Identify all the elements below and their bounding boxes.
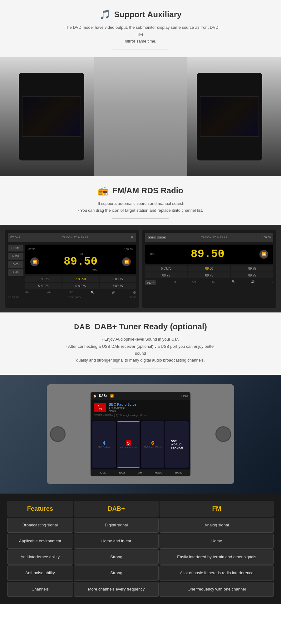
support-auxiliary-header: 🎵 Support Auxiliary [6,9,275,20]
left-monitor [22,96,81,137]
dab-channel-grid: 4 BBC Radio 4 5 BBC Radio 5Live 6 BBC Ra… [91,419,190,469]
nav-mode-dab[interactable]: MODE [155,471,162,474]
r-preset-5[interactable]: 89.75 [188,272,230,278]
support-auxiliary-section: 🎵 Support Auxiliary · The DVD model have… [0,0,281,57]
support-desc-line1: · The DVD model have video output, the s… [62,25,218,37]
dab-type: News [109,409,136,413]
r-preset-6[interactable]: 89.75 [231,272,273,278]
support-auxiliary-desc: · The DVD model have video output, the s… [62,24,219,45]
dab-channels: More channels every frequency [74,582,159,597]
radio-image: BT DIM TP EON ST ⊕ TA AF IR HOME NAVI DV… [0,225,281,312]
dab-ch-5[interactable]: 5 BBC Radio 5Live [117,421,140,468]
dab-time: 01:43 [181,394,188,398]
nav-ams[interactable]: AMS [8,269,23,276]
radio-presets-right: 5 89.75 89.50 89.75 89.75 89.75 89.75 [145,266,273,278]
fmam-title: FM/AM RDS Radio [112,186,183,195]
nav-home-dab[interactable]: HOME [99,471,106,474]
dab-bottom-nav: HOME NAVI SIM MODE BAND [91,469,190,476]
nav-home[interactable]: HOME [8,245,23,251]
preset-3[interactable]: 3 89.75 [100,276,136,282]
table-row: Applicable environment Home and in-car H… [7,534,274,549]
dab-freq: 174.928MHz [109,406,136,409]
radio-top-bar-left: BT DIM TP EON ST ⊕ TA AF IR [8,233,136,242]
table-row: Anti-noise ability Strong A lot of nosie… [7,565,274,581]
preset-6[interactable]: 6 89.75 [62,283,99,289]
left-headrest [19,73,84,160]
dab-title: DAB+ Tuner Ready (optional) [95,322,207,332]
preset-2[interactable]: 2 89.50 [62,276,99,282]
dab-section: DAB DAB+ Tuner Ready (optional) · Enjoy … [0,312,281,374]
fmam-desc: · It supports automatic search and manua… [62,200,219,214]
dab-divider [112,368,169,368]
support-auxiliary-title: Support Auxiliary [114,10,182,19]
dab-ch-4[interactable]: 4 BBC Radio 4 [92,421,116,468]
mode-btn[interactable]: MODE [157,236,166,239]
freq-left: 87.50 [28,248,36,251]
r-preset-1[interactable]: 5 89.75 [145,266,187,271]
prev-button-left[interactable]: ⏪ [30,257,39,266]
dab-screen-topbar: 🏠 DAB+ 📶 01:43 [91,392,190,400]
dab-sport-text: SPORT - RUGBY [L1]: Warrington winger Ke… [94,414,187,417]
dab-desc-1: · Enjoy Audiophile-level Sound in your C… [102,337,179,342]
fmam-section: 📻 FM/AM RDS Radio · It supports automati… [0,176,281,225]
comparison-section: Features DAB+ FM Broadcasting signal Dig… [0,494,281,604]
dab-environment: Home and in-car [74,534,159,549]
radio-unit-right: BAND MODE TP EON ST ⊕ TA AF 108.00 FM1 8… [142,230,276,308]
dab-screen: 🏠 DAB+ 📶 01:43 5live BBC Radio 5Live 174… [91,392,190,476]
freq-unit-left: MHz [64,268,97,271]
next-button-right[interactable]: ⏩ [259,250,268,259]
th-features: Features [7,501,73,517]
main-freq-left: 89.50 [64,255,97,268]
fm-interference: Easily interfered by terrain and other s… [160,550,274,565]
dab-desc-3: quality and stronger signal to many digi… [76,358,205,363]
main-freq-right: 89.50 [191,248,224,261]
nav-dvd[interactable]: DVD [8,261,23,268]
fm-channels: One frequency with one channel [160,582,274,597]
feature-interference: Anti-interfernce ability [7,550,73,565]
section-divider [112,49,169,49]
table-row: Channels More channels every frequency O… [7,582,274,597]
r-preset-4[interactable]: 89.75 [145,272,187,278]
th-fm: FM [160,501,274,517]
dab-ch-ws[interactable]: BBCWORLDSERVICE [165,421,189,468]
next-button-left[interactable]: ⏩ [122,257,131,266]
car-center [94,57,187,176]
feature-noise: Anti-noise ability [7,565,73,581]
play-btn[interactable]: PLAY [145,280,156,285]
dab-label: DAB+ [99,394,108,398]
table-row: Anti-interfernce ability Strong Easily i… [7,550,274,565]
dab-station-name: BBC Radio 5Live [109,403,136,406]
r-preset-3[interactable]: 89.75 [231,266,273,271]
right-knob[interactable] [215,426,231,442]
nav-navi[interactable]: NAVI [8,253,23,260]
preset-5[interactable]: 5 89.75 [25,283,62,289]
dab-desc-2: · After connecting a USB DAB receiver (o… [66,344,215,356]
band-btn[interactable]: BAND [148,236,156,239]
fm-noise: A lot of nosie if there is radio interfe… [160,565,274,581]
table-row: Broadcasting signal Digital signal Analo… [7,518,274,533]
dab-car-image: 🏠 DAB+ 📶 01:43 5live BBC Radio 5Live 174… [0,375,281,494]
dab-logo: DAB [74,323,91,331]
dab-header: DAB DAB+ Tuner Ready (optional) [6,322,275,332]
fm-broadcasting: Analog signal [160,518,274,533]
feature-broadcasting: Broadcasting signal [7,518,73,533]
nav-band-dab[interactable]: BAND [175,471,182,474]
car-interior-image [0,57,281,176]
right-monitor [200,96,259,137]
nav-sim-dab[interactable]: SIM [138,471,142,474]
dab-car-bg: 🏠 DAB+ 📶 01:43 5live BBC Radio 5Live 174… [0,375,281,494]
fmam-divider [112,218,169,219]
left-knob[interactable] [50,426,66,442]
radio-presets-left: 1 89.75 2 89.50 3 89.75 5 89.75 6 89.75 … [25,276,136,289]
radio-top-bar-right: BAND MODE TP EON ST ⊕ TA AF 108.00 [145,233,273,242]
feature-environment: Applicable environment [7,534,73,549]
preset-7[interactable]: 7 89.75 [100,283,136,289]
support-desc-line2: mirror same time. [125,39,156,43]
nav-navi-dab[interactable]: NAVI [119,471,125,474]
radio-freq-display-right: FM1 89.50 ⏩ [145,245,273,264]
preset-1[interactable]: 1 89.75 [25,276,62,282]
r-preset-2[interactable]: 89.50 [188,266,230,271]
radio-icon: 📻 [98,185,109,196]
dab-ch-6[interactable]: 6 BBC Radio 6Music [141,421,165,468]
comparison-table: Features DAB+ FM Broadcasting signal Dig… [6,500,275,598]
